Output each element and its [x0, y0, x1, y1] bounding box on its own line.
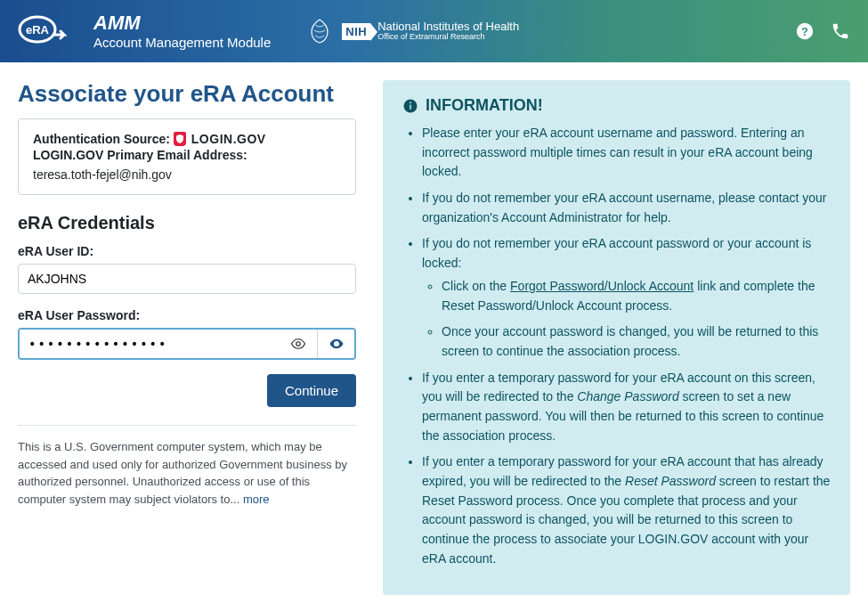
disclaimer-text: This is a U.S. Government computer syste… — [18, 438, 356, 508]
svg-rect-7 — [410, 104, 411, 109]
nih-logo-box: NIH — [342, 23, 370, 40]
userid-label: eRA User ID: — [18, 244, 356, 258]
info-bullet: Please enter your eRA account username a… — [422, 124, 831, 182]
information-panel: INFORMATION! Please enter your eRA accou… — [383, 80, 850, 595]
forgot-password-link[interactable]: Forgot Password/Unlock Account — [510, 279, 694, 293]
info-heading: INFORMATION! — [426, 96, 543, 115]
svg-text:eRA: eRA — [26, 23, 50, 37]
app-title: AMM — [93, 13, 271, 33]
info-sub-bullet: Click on the Forgot Password/Unlock Acco… — [442, 277, 831, 315]
era-logo-icon: eRA — [18, 12, 80, 51]
app-header: eRA AMM Account Management Module NIH Na… — [0, 0, 868, 62]
svg-text:?: ? — [801, 25, 808, 38]
nih-sub-text: Office of Extramural Research — [377, 33, 519, 42]
hhs-logo-icon — [306, 18, 333, 45]
auth-source-label: Authentication Source: — [33, 132, 170, 146]
info-bullet: If you enter a temporary password for yo… — [422, 369, 831, 446]
credentials-title: eRA Credentials — [18, 213, 356, 233]
help-icon[interactable]: ? — [795, 21, 815, 41]
info-bullet: If you do not remember your eRA account … — [422, 234, 831, 361]
eye-open-icon — [280, 330, 317, 358]
nih-main-text: National Institutes of Health — [377, 20, 519, 33]
phone-icon[interactable] — [831, 21, 850, 41]
userid-input[interactable] — [18, 264, 356, 294]
login-gov-shield-icon — [174, 132, 186, 146]
password-label: eRA User Password: — [18, 308, 356, 322]
page-title: Associate your eRA Account — [18, 80, 356, 108]
info-icon — [402, 98, 418, 114]
nih-logo-block: NIH National Institutes of Health Office… — [342, 20, 519, 42]
more-link[interactable]: more — [243, 493, 270, 506]
auth-email-value: teresa.toth-fejel@nih.gov — [33, 167, 341, 182]
divider — [18, 425, 356, 426]
svg-point-8 — [410, 102, 411, 103]
info-bullet: If you enter a temporary password for yo… — [422, 452, 831, 568]
password-input[interactable] — [20, 330, 280, 358]
app-subtitle: Account Management Module — [93, 35, 271, 50]
info-sub-bullet: Once your account password is changed, y… — [442, 322, 831, 361]
continue-button[interactable]: Continue — [267, 374, 356, 407]
svg-point-4 — [296, 342, 301, 346]
auth-source-box: Authentication Source: LOGIN.GOV LOGIN.G… — [18, 118, 356, 195]
toggle-password-button[interactable] — [317, 330, 354, 358]
svg-point-5 — [335, 343, 337, 346]
info-bullet: If you do not remember your eRA account … — [422, 189, 831, 227]
app-title-block: AMM Account Management Module — [93, 13, 271, 50]
auth-email-label: LOGIN.GOV Primary Email Address: — [33, 148, 247, 162]
auth-source-value: LOGIN.GOV — [191, 132, 266, 146]
